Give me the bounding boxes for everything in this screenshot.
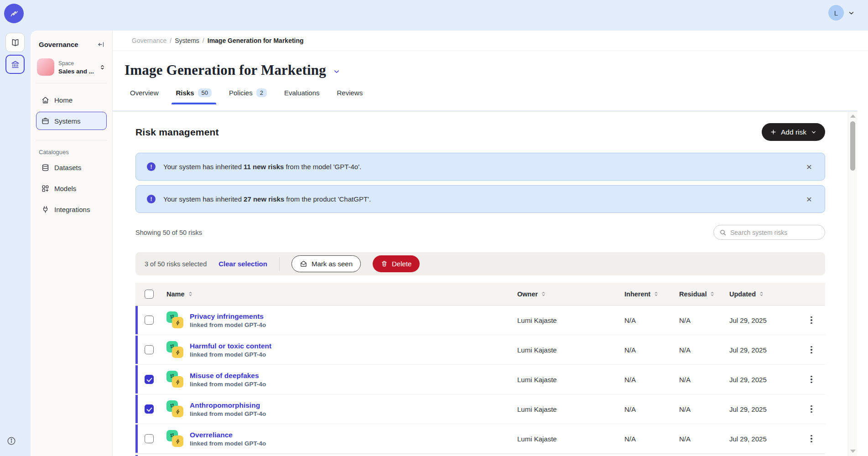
tab-risks[interactable]: Risks 50 xyxy=(171,85,218,104)
envelope-open-icon xyxy=(300,260,307,268)
plus-icon xyxy=(770,129,777,135)
inherent-cell: N/A xyxy=(624,405,679,413)
row-menu-kebab[interactable] xyxy=(808,314,815,327)
row-checkbox[interactable] xyxy=(145,345,154,354)
breadcrumb-governance[interactable]: Governance xyxy=(132,37,166,44)
risk-type-icon xyxy=(166,341,184,358)
risk-name-link[interactable]: Privacy infringements xyxy=(190,312,266,321)
close-icon[interactable]: × xyxy=(805,194,814,204)
row-accent-bar xyxy=(135,395,138,423)
sidebar: Governance Space Sales and ... Home xyxy=(31,31,113,456)
tab-reviews[interactable]: Reviews xyxy=(332,85,369,104)
risk-name-link[interactable]: Overreliance xyxy=(190,431,266,439)
breadcrumb: Governance / Systems / Image Generation … xyxy=(113,31,868,51)
brand-squiggle-icon[interactable] xyxy=(4,4,24,23)
row-checkbox[interactable] xyxy=(145,434,154,443)
column-header-inherent[interactable]: Inherent xyxy=(624,290,659,298)
row-accent-bar xyxy=(135,365,138,394)
space-name: Sales and ... xyxy=(58,68,94,75)
column-label: Name xyxy=(166,290,185,298)
risk-name-link[interactable]: Misuse of deepfakes xyxy=(190,372,266,380)
search-box[interactable] xyxy=(713,225,825,240)
scroll-down-arrow[interactable] xyxy=(850,450,856,453)
owner-cell: Lumi Kajaste xyxy=(517,435,624,443)
column-header-updated[interactable]: Updated xyxy=(729,290,764,298)
sidebar-item-systems[interactable]: Systems xyxy=(36,112,107,130)
tab-overview[interactable]: Overview xyxy=(125,85,164,104)
sidebar-item-integrations[interactable]: Integrations xyxy=(36,200,107,218)
table-row: Privacy infringements linked from model … xyxy=(135,306,825,335)
column-header-residual[interactable]: Residual xyxy=(679,290,715,298)
tab-policies[interactable]: Policies 2 xyxy=(223,85,272,104)
breadcrumb-separator: / xyxy=(170,37,172,44)
scroll-thumb[interactable] xyxy=(850,121,855,171)
close-icon[interactable]: × xyxy=(805,162,814,171)
column-header-name[interactable]: Name xyxy=(166,290,193,298)
tab-label: Risks xyxy=(176,89,194,97)
sort-icon xyxy=(653,291,659,297)
vertical-scrollbar[interactable] xyxy=(848,111,857,456)
breadcrumb-systems[interactable]: Systems xyxy=(175,37,199,44)
risk-subtitle: linked from model GPT-4o xyxy=(190,321,266,328)
risk-subtitle: linked from model GPT-4o xyxy=(190,351,271,358)
row-checkbox[interactable] xyxy=(145,375,154,384)
risk-name-link[interactable]: Anthropomorphising xyxy=(190,401,266,409)
sidebar-item-label: Models xyxy=(54,185,76,192)
risk-bolt-icon xyxy=(172,406,183,417)
library-book-button[interactable] xyxy=(5,33,25,52)
plug-icon xyxy=(41,205,50,214)
table-header: Name Owner xyxy=(135,283,825,306)
risk-name-link[interactable]: Harmful or toxic content xyxy=(190,342,271,350)
sort-icon xyxy=(759,291,764,297)
governance-rail-button[interactable] xyxy=(5,55,25,74)
risk-type-icon xyxy=(166,371,184,388)
risk-type-icon xyxy=(166,311,184,329)
add-risk-label: Add risk xyxy=(781,128,806,136)
select-all-checkbox[interactable] xyxy=(145,290,154,299)
tab-label: Overview xyxy=(130,89,159,97)
add-risk-button[interactable]: Add risk xyxy=(762,123,825,141)
search-icon xyxy=(719,229,727,236)
collapse-left-icon[interactable] xyxy=(97,41,105,48)
alert-info-icon: ! xyxy=(147,162,156,171)
sort-icon xyxy=(187,291,193,297)
archive-box-icon xyxy=(41,117,50,125)
row-accent-bar xyxy=(135,306,138,334)
delete-button[interactable]: Delete xyxy=(373,255,420,272)
column-label: Owner xyxy=(517,290,538,298)
tab-label: Reviews xyxy=(337,89,363,97)
mark-as-seen-button[interactable]: Mark as seen xyxy=(291,255,361,272)
tab-evaluations[interactable]: Evaluations xyxy=(279,85,325,104)
row-checkbox[interactable] xyxy=(145,404,154,414)
clear-selection-link[interactable]: Clear selection xyxy=(218,260,267,268)
info-icon[interactable] xyxy=(6,436,16,446)
sidebar-item-home[interactable]: Home xyxy=(36,91,107,109)
inherited-risks-banner-model: ! Your system has inherited11 new risksf… xyxy=(135,153,825,181)
user-menu[interactable]: L xyxy=(828,5,855,21)
title-chevron-down-icon[interactable] xyxy=(333,67,341,76)
divider xyxy=(279,257,280,271)
inherent-cell: N/A xyxy=(624,376,679,383)
column-header-owner[interactable]: Owner xyxy=(517,290,546,298)
space-selector[interactable]: Space Sales and ... xyxy=(36,55,107,83)
row-menu-kebab[interactable] xyxy=(808,432,815,446)
showing-count: Showing 50 of 50 risks xyxy=(135,229,202,236)
sidebar-item-label: Systems xyxy=(54,117,81,125)
trash-icon xyxy=(381,260,388,267)
avatar: L xyxy=(828,5,844,21)
risks-table: Name Owner xyxy=(135,283,825,456)
risk-bolt-icon xyxy=(172,347,183,358)
book-icon xyxy=(10,38,20,47)
search-input[interactable] xyxy=(730,229,819,236)
database-icon xyxy=(41,163,50,172)
row-menu-kebab[interactable] xyxy=(808,373,815,386)
sidebar-item-models[interactable]: Models xyxy=(36,179,107,197)
row-menu-kebab[interactable] xyxy=(808,403,815,416)
space-avatar xyxy=(37,58,54,76)
sidebar-item-datasets[interactable]: Datasets xyxy=(36,158,107,176)
owner-cell: Lumi Kajaste xyxy=(517,405,624,413)
section-heading: Risk management xyxy=(135,127,219,138)
scroll-up-arrow[interactable] xyxy=(850,114,856,118)
row-menu-kebab[interactable] xyxy=(808,343,815,357)
row-checkbox[interactable] xyxy=(145,316,154,325)
